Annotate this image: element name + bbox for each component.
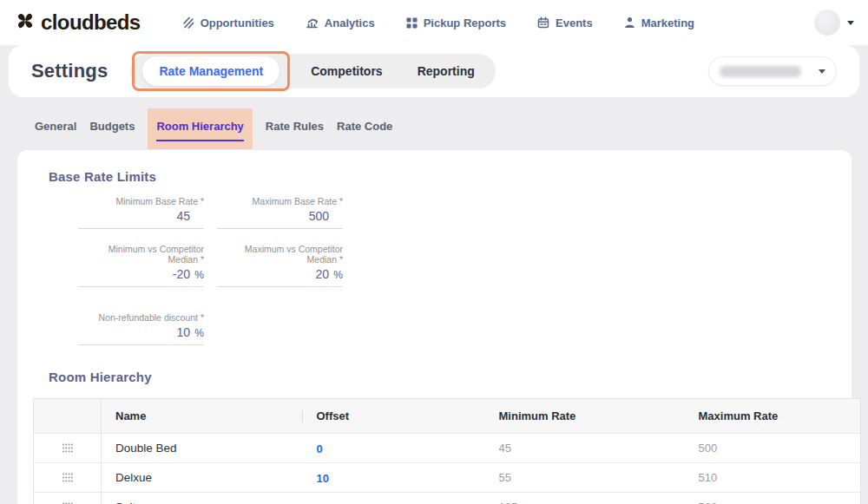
maximum-base-rate-field: Maximum Base Rate * 500	[217, 196, 343, 229]
room-name: Delxue	[102, 463, 303, 493]
settings-header-card: Settings Rate Management Competitors Rep…	[9, 45, 859, 97]
subtab-budgets[interactable]: Budgets	[89, 120, 135, 133]
top-navbar: cloudbeds Opportunities Analytics	[0, 0, 868, 45]
column-header-name: Name	[102, 399, 303, 434]
user-avatar[interactable]	[814, 10, 840, 36]
property-selector-dropdown[interactable]	[708, 56, 837, 86]
room-hierarchy-heading: Room Hierarchy	[49, 370, 852, 384]
nav-items: Opportunities Analytics Pickup Reports	[182, 16, 694, 29]
base-rate-limits-heading: Base Rate Limits	[49, 169, 852, 184]
minimum-vs-competitor-median-input[interactable]: -20 %	[78, 265, 204, 287]
nav-item-events[interactable]: Events	[537, 16, 593, 29]
marketing-icon	[624, 16, 635, 29]
subtab-general[interactable]: General	[35, 120, 76, 133]
minimum-vs-competitor-median-field: Minimum vs Competitor Median * -20 %	[78, 244, 204, 287]
maximum-rate-value: 510	[685, 463, 861, 493]
settings-subtabs: General Budgets Room Hierarchy Rate Rule…	[0, 97, 868, 150]
subtab-rate-code[interactable]: Rate Code	[337, 120, 392, 133]
subtab-rate-rules[interactable]: Rate Rules	[266, 120, 324, 133]
events-icon	[537, 16, 549, 29]
drag-handle[interactable]	[34, 434, 102, 463]
maximum-rate-value: 500	[685, 434, 861, 463]
minimum-base-rate-input[interactable]: 45	[78, 206, 204, 229]
opportunities-icon	[182, 16, 194, 29]
analytics-icon	[306, 16, 319, 29]
tab-reporting[interactable]: Reporting	[400, 56, 492, 86]
minimum-rate-value: 45	[485, 434, 685, 463]
non-refundable-discount-input[interactable]: 10 %	[78, 323, 204, 345]
nav-right	[814, 10, 854, 36]
room-name: Double Bed	[102, 434, 303, 463]
base-rate-limits-fields: Minimum Base Rate * 45 Maximum Base Rate…	[78, 196, 852, 345]
table-row-suite: Suite 50 105 560	[34, 493, 861, 504]
room-name: Suite	[102, 493, 303, 504]
user-menu-caret-icon[interactable]	[847, 21, 854, 25]
subtab-room-hierarchy[interactable]: Room Hierarchy	[148, 108, 252, 149]
table-row-delxue: Delxue 10 55 510	[34, 463, 861, 493]
settings-tab-group: Rate Management Competitors Reporting	[130, 54, 495, 88]
minimum-rate-value: 55	[485, 463, 685, 493]
nav-item-opportunities[interactable]: Opportunities	[182, 16, 274, 29]
offset-value-link[interactable]: 0	[317, 442, 323, 455]
offset-value-link[interactable]: 10	[317, 472, 329, 485]
maximum-vs-competitor-median-input[interactable]: 20 %	[217, 265, 343, 287]
drag-handle[interactable]	[34, 463, 102, 493]
maximum-base-rate-input[interactable]: 500	[217, 206, 343, 229]
nav-item-marketing[interactable]: Marketing	[624, 16, 694, 29]
annotation-box-rate-management: Rate Management	[132, 51, 290, 91]
tab-competitors[interactable]: Competitors	[293, 56, 399, 86]
column-header-maximum-rate: Maximum Rate	[685, 399, 861, 434]
nav-item-pickup-reports[interactable]: Pickup Reports	[406, 16, 506, 29]
non-refundable-discount-field: Non-refundable discount * 10 %	[78, 312, 204, 345]
drag-handle-column-header	[34, 399, 102, 434]
chevron-down-icon	[819, 69, 825, 74]
brand-wordmark: cloudbeds	[41, 10, 141, 35]
column-header-offset: Offset	[303, 399, 485, 434]
minimum-rate-value: 105	[485, 493, 685, 504]
minimum-base-rate-field: Minimum Base Rate * 45	[78, 196, 204, 229]
maximum-vs-competitor-median-field: Maximum vs Competitor Median * 20 %	[217, 244, 343, 287]
property-name-blurred	[720, 66, 801, 77]
content-card: Base Rate Limits Minimum Base Rate * 45 …	[17, 150, 852, 504]
pickup-reports-icon	[406, 17, 418, 29]
table-header-row: Name Offset Minimum Rate Maximum Rate	[34, 399, 861, 434]
cloudbeds-logo[interactable]: cloudbeds	[14, 10, 141, 36]
table-row-double-bed: Double Bed 0 45 500	[34, 434, 861, 463]
tab-rate-management[interactable]: Rate Management	[142, 56, 279, 86]
drag-handle[interactable]	[34, 493, 102, 504]
maximum-rate-value: 560	[685, 493, 861, 504]
cloudbeds-pinwheel-icon	[14, 10, 36, 36]
nav-item-analytics[interactable]: Analytics	[306, 16, 375, 29]
room-hierarchy-table: Name Offset Minimum Rate Maximum Rate Do…	[33, 398, 861, 504]
page-title: Settings	[31, 60, 108, 82]
column-header-minimum-rate: Minimum Rate	[485, 399, 685, 434]
